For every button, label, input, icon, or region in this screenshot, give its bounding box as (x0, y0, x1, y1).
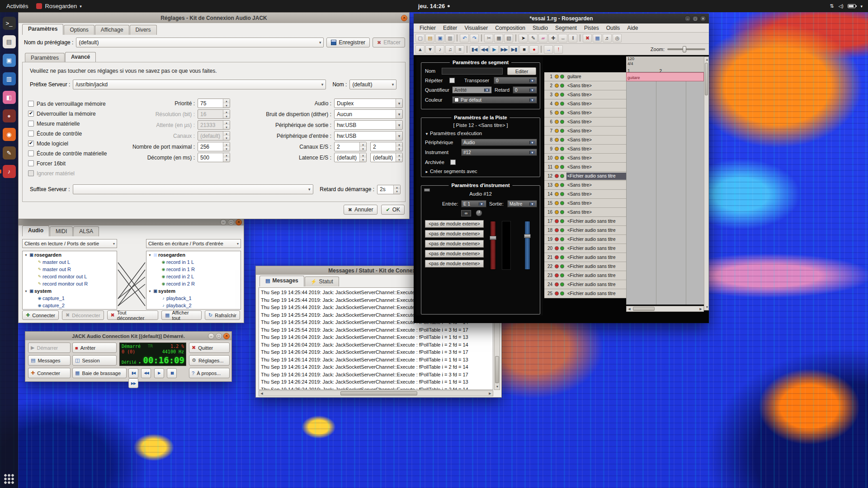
vertical-scrollbar[interactable]: ▲ ▼ (704, 56, 709, 310)
spinner-arrows[interactable]: ▴▾ (396, 142, 402, 151)
port-tree-row[interactable]: ◉ record in 2 L (146, 273, 241, 280)
toolbar-icon[interactable] (541, 46, 542, 53)
port-tree-row[interactable]: ✎ master out L (23, 258, 117, 266)
dock-item[interactable]: ▤ (3, 35, 16, 48)
plugin-slot-button[interactable]: <pas de module externe> (425, 220, 484, 228)
toolbar-icon[interactable]: ▤ (425, 34, 434, 42)
repeat-checkbox[interactable] (449, 78, 455, 83)
transport-button[interactable]: ◀◀ (141, 368, 151, 378)
track-label[interactable]: <Fichier audio sans titre (566, 236, 626, 243)
mute-led[interactable] (555, 138, 559, 142)
scrollbar-thumb[interactable] (495, 356, 499, 383)
toolbar-icon[interactable] (467, 46, 467, 53)
dock-item[interactable]: ◧ (3, 91, 16, 104)
toolbar-icon[interactable]: ↷ (470, 34, 479, 42)
mute-led[interactable] (555, 156, 559, 160)
menu-item[interactable]: Editer (440, 24, 460, 32)
toolbar-icon[interactable]: ▰ (538, 34, 547, 42)
writable-clients-select[interactable]: Clients en écriture / Ports d'entrée ▾ (146, 239, 241, 248)
transport-button[interactable]: ▶▶ (128, 378, 138, 388)
preset-select[interactable]: (default) ▾ (76, 38, 324, 47)
toolbar-icon[interactable]: ✖ (583, 34, 592, 42)
record-led[interactable] (560, 102, 564, 106)
mute-led[interactable] (555, 219, 559, 223)
record-led[interactable] (560, 273, 564, 277)
option-checkbox-row[interactable]: Écoute de contrôle matérielle (28, 149, 123, 158)
track-row[interactable]: 16 <Sans titre> (544, 208, 626, 217)
toolbar-icon[interactable]: ◀◀ (480, 45, 489, 54)
spinner-arrows[interactable]: ▴▾ (223, 110, 230, 118)
spinner-arrows[interactable]: ▴▾ (223, 153, 230, 162)
settings-tab[interactable]: Divers (130, 25, 157, 35)
toolbar-icon[interactable]: ▣ (435, 34, 444, 42)
toolbar-icon[interactable]: ! (554, 45, 563, 54)
menu-item[interactable]: Outils (603, 24, 623, 32)
cancel-button[interactable]: ✖ Annuler (344, 205, 378, 215)
minimize-icon[interactable]: – (684, 15, 691, 22)
save-preset-button[interactable]: Enregistrer (326, 38, 370, 47)
track-row[interactable]: 5 <Sans titre> (544, 108, 626, 117)
menu-item[interactable]: Pistes (581, 24, 602, 32)
track-row[interactable]: 17 <Fichier audio sans titre (544, 217, 626, 226)
field-control[interactable]: (default) ▴▾ ▾ (198, 131, 230, 141)
checkbox[interactable] (28, 141, 34, 146)
track-row[interactable]: 21 <Fichier audio sans titre (544, 253, 626, 262)
port-tree-row[interactable]: ♪ playback_2 (146, 302, 241, 309)
rosegarden-titlebar[interactable]: *essai 1.rg - Rosegarden – ▢ ✕ (414, 14, 709, 23)
field-control[interactable]: 256 ▴▾ ▾ (198, 142, 230, 151)
toolbar-icon[interactable]: ▶▶ (500, 45, 509, 54)
connections-tab[interactable]: MIDI (50, 226, 73, 236)
mute-led[interactable] (555, 273, 559, 277)
stop-button[interactable]: ■ Arrêter (72, 343, 117, 353)
record-led[interactable] (560, 120, 564, 124)
track-label[interactable]: <Sans titre> (566, 109, 626, 117)
toolbar-icon[interactable]: ▶ (490, 45, 499, 54)
track-label[interactable]: <Sans titre> (566, 100, 626, 108)
mute-led[interactable] (555, 147, 559, 151)
quit-button[interactable]: ✖ Quitter (189, 343, 230, 353)
transport-button[interactable]: ▮▮ (167, 368, 177, 378)
connections-action-button[interactable]: ✖ Déconnecter (62, 310, 104, 320)
port-tree-row[interactable]: ✎ record monitor out R (23, 280, 117, 287)
track-row[interactable]: 1 guitare (544, 72, 626, 81)
toolbar-icon[interactable]: ▧ (504, 34, 513, 42)
track-label[interactable]: <Sans titre> (566, 182, 626, 189)
mute-led[interactable] (555, 264, 559, 268)
messages-button[interactable]: ▤ Messages (28, 355, 71, 366)
scrollbar-thumb[interactable] (340, 391, 417, 395)
color-select[interactable]: Par défaut ▼ (452, 96, 537, 103)
audio-fader[interactable] (490, 221, 496, 270)
mute-led[interactable] (555, 111, 559, 115)
track-row[interactable]: 13 <Sans titre> (544, 181, 626, 190)
toolbar-icon[interactable]: ✂ (484, 34, 493, 42)
record-led[interactable] (560, 147, 564, 151)
ruler[interactable]: 120 4/4 1 2 3 (626, 56, 704, 72)
close-icon[interactable]: ✕ (401, 15, 407, 21)
mute-led[interactable] (555, 210, 559, 214)
transport-button[interactable]: ▮◀ (128, 368, 138, 378)
track-label[interactable]: <Sans titre> (566, 200, 626, 207)
spinner-arrows[interactable]: ▴▾ (223, 131, 230, 140)
segment-name-input[interactable] (442, 68, 503, 75)
input-ports-tree[interactable]: ▼ ▣ rosegarden ◉ record in 1 L ◉ record (146, 251, 241, 310)
option-checkbox-row[interactable]: Déverrouiller la mémoire (28, 109, 123, 118)
field-control[interactable]: 21333 ▴▾ ▾ (198, 120, 230, 130)
track-label[interactable]: guitare (566, 73, 626, 80)
track-row[interactable]: 14 <Sans titre> (544, 190, 626, 199)
menu-item[interactable]: Fichier (416, 24, 439, 32)
record-led[interactable] (560, 237, 564, 241)
output-select[interactable]: Maître ▼ (507, 200, 537, 207)
menu-item[interactable]: Composition (492, 24, 528, 32)
track-label[interactable]: <Fichier audio sans titre (566, 281, 626, 288)
field-select[interactable]: Duplex ▴▾ ▾ (334, 99, 403, 108)
option-checkbox-row[interactable]: Ignorer matériel (28, 169, 123, 178)
readable-clients-select[interactable]: Clients en lecture / Ports de sortie ▾ (22, 239, 117, 248)
mute-led[interactable] (555, 282, 559, 286)
settings-button[interactable]: ⚙ Réglages... (189, 355, 230, 366)
device-select[interactable]: Audio ▼ (461, 139, 537, 146)
field-select[interactable]: hw:USB ▴▾ ▾ (334, 120, 403, 130)
port-tree-row[interactable]: ◉ record in 2 R (146, 280, 241, 287)
latency-in-spinner[interactable]: (default) ▴▾ (334, 153, 367, 162)
mute-led[interactable] (555, 120, 559, 124)
menu-item[interactable]: Segment (552, 24, 580, 32)
